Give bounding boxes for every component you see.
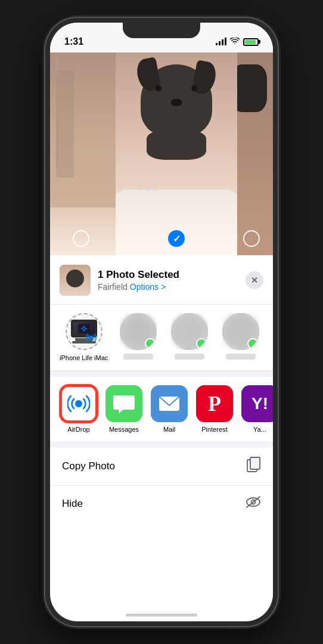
share-header: 1 Photo Selected Fairfield Options > ✕ — [50, 255, 273, 305]
photo-thumbnail — [60, 265, 91, 296]
signal-bar-2 — [219, 41, 220, 45]
photo-right[interactable] — [237, 52, 273, 255]
close-button[interactable]: ✕ — [246, 271, 263, 289]
photo-background — [50, 52, 273, 255]
svg-point-2 — [75, 400, 82, 407]
contact-name-imac: iPhone Life iMac — [60, 354, 108, 362]
actions-list: Copy Photo Hide — [50, 447, 273, 522]
signal-bar-4 — [225, 38, 226, 45]
select-circle-left[interactable] — [73, 230, 89, 247]
hide-action[interactable]: Hide — [50, 486, 273, 522]
photo-left[interactable] — [50, 52, 116, 255]
pinterest-label: Pinterest — [201, 426, 227, 433]
app-item-messages[interactable]: Messages — [105, 385, 143, 433]
contact-avatar-imac — [66, 313, 103, 350]
signal-bar-1 — [216, 43, 218, 45]
apps-row: AirDrop Messages — [50, 377, 273, 441]
copy-icon — [247, 457, 261, 472]
copy-photo-label: Copy Photo — [62, 460, 115, 472]
phone-frame: 1:31 — [45, 18, 278, 626]
location-text: Fairfield — [98, 282, 128, 292]
notch — [123, 23, 200, 38]
share-subtitle: Fairfield Options > — [98, 282, 238, 292]
share-title: 1 Photo Selected — [98, 269, 238, 281]
copy-photo-action[interactable]: Copy Photo — [50, 447, 273, 486]
hide-label: Hide — [62, 498, 83, 510]
mail-icon — [158, 395, 181, 412]
green-dot-3 — [196, 338, 207, 349]
green-dot-4 — [247, 338, 258, 349]
contact-name-2 — [123, 354, 153, 360]
green-dot-2 — [145, 338, 156, 349]
photo-strip — [50, 52, 273, 255]
eye-slash-icon — [246, 496, 261, 509]
contact-avatar-4 — [222, 313, 259, 350]
share-sheet: 1 Photo Selected Fairfield Options > ✕ — [50, 255, 273, 522]
contact-item-2[interactable] — [117, 313, 159, 362]
svg-rect-6 — [250, 457, 260, 469]
home-indicator — [126, 614, 197, 617]
close-icon: ✕ — [251, 275, 258, 285]
phone-screen: 1:31 — [50, 23, 273, 621]
app-item-airdrop[interactable]: AirDrop — [60, 385, 98, 433]
options-link[interactable]: Options > — [130, 282, 166, 292]
wifi-icon — [230, 38, 240, 47]
contact-item-4[interactable] — [220, 313, 262, 362]
airdrop-app-icon — [60, 385, 97, 422]
yahoo-icon: Y! — [251, 394, 268, 413]
thumbnail-image — [60, 265, 91, 296]
contact-name-3 — [175, 354, 204, 360]
contact-avatar-3 — [171, 313, 208, 350]
app-item-mail[interactable]: Mail — [150, 385, 188, 433]
messages-label: Messages — [109, 426, 139, 433]
signal-icon — [216, 38, 226, 45]
battery-icon — [243, 38, 259, 46]
mail-label: Mail — [163, 426, 175, 433]
contact-item-3[interactable] — [169, 313, 210, 362]
status-icons — [216, 38, 259, 47]
airdrop-label: AirDrop — [67, 426, 89, 433]
signal-bar-3 — [222, 39, 223, 45]
hide-icon — [246, 496, 261, 512]
select-circle-right[interactable] — [243, 230, 260, 247]
contacts-row: iPhone Life iMac — [50, 305, 273, 371]
contact-item-imac[interactable]: iPhone Life iMac — [60, 313, 108, 362]
app-item-pinterest[interactable]: P Pinterest — [195, 385, 234, 433]
svg-point-1 — [89, 336, 93, 339]
pinterest-icon: P — [208, 391, 221, 416]
select-circle-middle[interactable] — [168, 230, 185, 247]
messages-icon — [113, 394, 135, 414]
photo-middle[interactable] — [116, 52, 237, 255]
battery-fill — [245, 40, 256, 44]
yahoo-label: Ya... — [253, 426, 266, 433]
status-time: 1:31 — [64, 36, 83, 47]
mail-app-icon — [151, 385, 188, 422]
contact-name-4 — [226, 354, 256, 360]
share-header-text: 1 Photo Selected Fairfield Options > — [98, 269, 238, 292]
messages-app-icon — [105, 385, 142, 422]
app-item-yahoo[interactable]: Y! Ya... — [241, 385, 273, 433]
contact-avatar-2 — [120, 313, 157, 350]
yahoo-app-icon: Y! — [241, 385, 273, 422]
airdrop-icon — [67, 392, 90, 415]
copy-photo-icon — [247, 457, 261, 476]
pinterest-app-icon: P — [196, 385, 233, 422]
